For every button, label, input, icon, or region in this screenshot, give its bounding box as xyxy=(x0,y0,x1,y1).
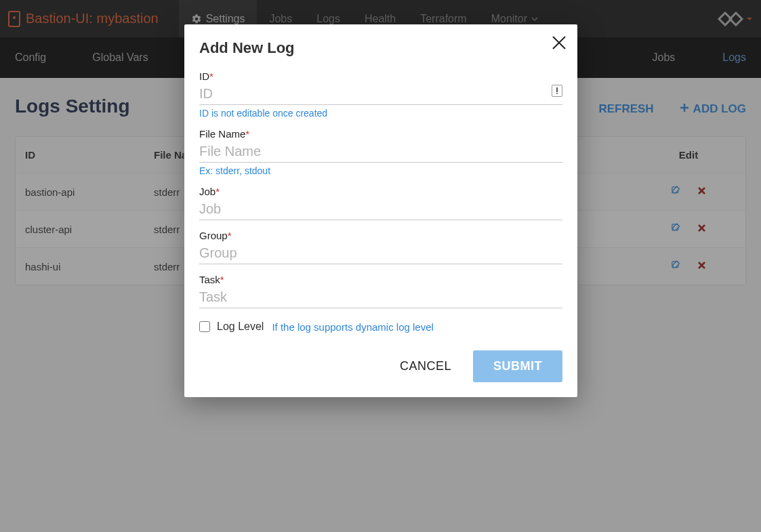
id-input-wrap xyxy=(199,83,562,105)
required-mark: * xyxy=(228,230,232,241)
form-group-id: ID* ID is not editable once created xyxy=(199,70,562,119)
submit-button[interactable]: SUBMIT xyxy=(473,350,562,382)
job-label-text: Job xyxy=(199,186,215,197)
close-icon[interactable] xyxy=(550,34,568,52)
form-group-group: Group* xyxy=(199,230,562,264)
log-level-hint: If the log supports dynamic log level xyxy=(272,321,433,333)
group-label: Group* xyxy=(199,230,562,241)
add-log-dialog: Add New Log ID* ID is not editable once … xyxy=(184,24,577,397)
log-level-checkbox[interactable] xyxy=(199,321,210,332)
input-alert-icon[interactable] xyxy=(552,85,562,97)
log-level-label: Log Level xyxy=(217,321,264,333)
cancel-button[interactable]: CANCEL xyxy=(394,352,457,380)
id-hint: ID is not editable once created xyxy=(199,108,562,119)
form-group-task: Task* xyxy=(199,274,562,308)
file-name-label: File Name* xyxy=(199,128,562,140)
id-label-text: ID xyxy=(199,70,209,82)
task-label-text: Task xyxy=(199,274,220,285)
required-mark: * xyxy=(209,70,213,82)
group-label-text: Group xyxy=(199,230,228,241)
required-mark: * xyxy=(245,128,249,140)
required-mark: * xyxy=(215,186,220,197)
form-group-job: Job* xyxy=(199,186,562,220)
form-group-file-name: File Name* Ex: stderr, stdout xyxy=(199,128,562,176)
file-name-hint: Ex: stderr, stdout xyxy=(199,165,562,176)
id-input[interactable] xyxy=(199,83,562,105)
task-input[interactable] xyxy=(199,287,562,308)
job-label: Job* xyxy=(199,186,562,197)
job-input[interactable] xyxy=(199,199,562,220)
file-name-label-text: File Name xyxy=(199,128,245,140)
id-label: ID* xyxy=(199,70,562,82)
log-level-row: Log Level If the log supports dynamic lo… xyxy=(199,321,562,333)
group-input[interactable] xyxy=(199,243,562,264)
dialog-title: Add New Log xyxy=(199,39,562,57)
task-label: Task* xyxy=(199,274,562,285)
dialog-actions: CANCEL SUBMIT xyxy=(199,350,562,382)
file-name-input[interactable] xyxy=(199,141,562,163)
required-mark: * xyxy=(220,274,224,285)
